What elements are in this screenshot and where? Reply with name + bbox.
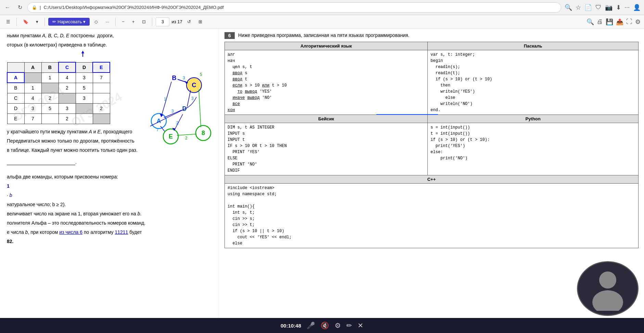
print-icon[interactable]: 🖨 (597, 18, 603, 25)
shield-icon[interactable]: 🛡 (595, 3, 602, 12)
save-pdf-icon[interactable]: 💾 (606, 18, 613, 26)
cell-ea: 7 (24, 114, 41, 124)
svg-text:5: 5 (200, 72, 202, 77)
arrow-annotation (7, 51, 219, 57)
cell-bd: 5 (76, 83, 93, 93)
table-header-e: E (93, 62, 110, 72)
more-button[interactable]: ··· (103, 18, 112, 26)
divider4 (152, 18, 152, 26)
cell-dc: 3 (59, 103, 76, 114)
cell-da: 3 (24, 103, 41, 114)
download-icon[interactable]: ⬇ (615, 3, 622, 12)
path-table: A B C D E A 1 4 3 7 B 1 2 5 (7, 62, 110, 124)
search-pdf-icon[interactable]: 🔍 (587, 18, 594, 26)
svg-line-25 (199, 90, 201, 127)
answer-blank (7, 159, 75, 165)
row-b-label: B (7, 83, 24, 93)
extensions-icon[interactable]: ··· (624, 3, 630, 12)
cell-ed (76, 114, 93, 124)
svg-line-16 (187, 90, 191, 107)
close-bottom-icon[interactable]: ✕ (358, 321, 363, 330)
fit-button[interactable]: ⊡ (139, 18, 149, 26)
main-content: ОГЭ 2024 ными пунктами A, B, C, D, E пос… (0, 29, 644, 333)
cpp-header: C++ (225, 175, 639, 184)
table-header-b: B (41, 62, 59, 72)
dropdown-button[interactable]: ▾ (33, 18, 41, 26)
problem-number: 6 (224, 32, 235, 39)
problem-description: Ниже приведена программа, записанная на … (238, 32, 409, 39)
share-icon[interactable]: 📤 (616, 18, 623, 26)
table-header-a: A (24, 62, 41, 72)
alpha-section: альфа две команды, которым присвоены ном… (7, 173, 212, 245)
left-text1: ными пунктами A, B, C, D, E построены до… (7, 32, 212, 39)
svg-line-26 (177, 134, 196, 135)
col-algo-header: Алгоритмический язык (225, 42, 428, 50)
draw-button[interactable]: ✏ Нарисовать ▾ (48, 18, 90, 26)
bookmark-button[interactable]: 🔖 (20, 18, 31, 26)
draw-dropdown-icon: ▾ (83, 19, 86, 24)
svg-text:B: B (172, 75, 177, 81)
left-text2: оторых (в километрах) приведена в таблиц… (7, 41, 212, 49)
browser-chrome: ← ↻ 🔒 | C:/Users/1/Desktop/Информатика%2… (0, 0, 644, 15)
cell-cc (59, 93, 76, 103)
svg-point-33 (592, 290, 623, 311)
page-total: из 17 (171, 19, 182, 24)
zoom-in-button[interactable]: + (129, 18, 138, 26)
table-header-d: D (76, 62, 93, 72)
rotate-button[interactable]: ↺ (184, 18, 194, 26)
pdf-right-tools: 🔍 🖨 💾 📤 ⛶ ⚙ (587, 18, 641, 26)
zoom-icon[interactable]: 🔍 (564, 3, 573, 12)
browser-toolbar-icons: 🔍 ☆ 📄 🛡 📷 ⬇ ··· 👤 (564, 3, 641, 12)
lock-icon: 🔒 (32, 5, 37, 10)
answer-area: . (7, 157, 212, 165)
cell-ad: 3 (76, 72, 93, 83)
svg-text:2: 2 (176, 121, 179, 125)
cell-de: 2 (93, 103, 110, 114)
fullscreen-icon[interactable]: ⛶ (626, 18, 632, 25)
reader-icon[interactable]: 📄 (584, 3, 593, 12)
cell-ae: 7 (93, 72, 110, 83)
pen-bottom-icon[interactable]: ✏ (346, 321, 352, 330)
cell-ec: 2 (59, 114, 76, 124)
address-bar[interactable]: 🔒 | C:/Users/1/Desktop/Информатика%20ОГЭ… (27, 2, 561, 13)
star-icon[interactable]: ☆ (575, 3, 582, 12)
left-panel: ОГЭ 2024 ными пунктами A, B, C, D, E пос… (0, 29, 219, 333)
settings-bottom-icon[interactable]: ⚙ (335, 321, 341, 330)
python-header: Python (428, 115, 639, 123)
svg-text:8: 8 (202, 130, 205, 136)
basic-header: Бейсик (225, 115, 428, 123)
eraser-button[interactable]: ◇ (92, 18, 101, 26)
problem-header: 6 Ниже приведена программа, записанная н… (224, 32, 639, 39)
back-button[interactable]: ← (3, 3, 12, 12)
screenshot-icon[interactable]: 📷 (604, 3, 613, 12)
row-a-label: A (7, 72, 24, 83)
cell-ce (93, 93, 110, 103)
cell-ca: 4 (24, 93, 41, 103)
page-input[interactable] (156, 17, 169, 26)
cell-dd (76, 103, 93, 114)
crop-button[interactable]: ⊞ (196, 18, 205, 26)
algo-code: алг нач цел s, t ввод s ввод t если s > … (225, 50, 428, 115)
svg-text:3: 3 (183, 76, 185, 80)
reload-button[interactable]: ↻ (15, 3, 25, 12)
mic-icon[interactable]: 🎤 (307, 321, 315, 330)
row-c-label: C (7, 93, 24, 103)
cpp-code: #include <iostream> using namespace std;… (225, 184, 639, 248)
svg-text:2: 2 (185, 136, 188, 141)
webcam-overlay (577, 261, 639, 316)
hamburger-button[interactable]: ☰ (3, 18, 13, 26)
settings-icon[interactable]: ⚙ (635, 18, 641, 26)
cell-aa (24, 72, 41, 83)
row-e-label: E (7, 114, 24, 124)
cell-cd: 3 (76, 93, 93, 103)
timer-display: 00:10:48 (281, 323, 301, 329)
svg-text:C: C (192, 82, 196, 89)
profile-icon[interactable]: 👤 (632, 3, 641, 12)
basic-code: DIM s, t AS INTEGER INPUT s INPUT t IF s… (225, 123, 428, 175)
svg-marker-1 (81, 51, 84, 53)
zoom-out-button[interactable]: − (119, 18, 127, 26)
mute-icon[interactable]: 🔇 (321, 321, 329, 330)
cell-ab: 1 (41, 72, 59, 83)
code-table: Алгоритмический язык Паскаль алг нач цел… (224, 42, 639, 248)
address-separator: | (40, 5, 41, 10)
